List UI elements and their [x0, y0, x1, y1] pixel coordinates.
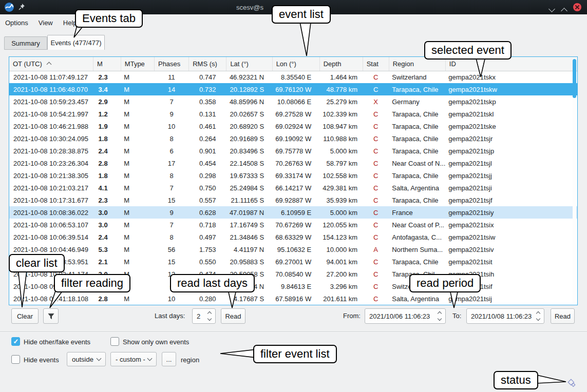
cell-rms: 0.454: [189, 157, 226, 169]
menu-item-options[interactable]: Options: [5, 19, 28, 27]
cell-depth: 94.001 km: [319, 256, 363, 268]
cell-rms: 0.358: [189, 95, 226, 108]
column-header[interactable]: OT (UTC): [9, 57, 93, 71]
table-row[interactable]: 2021-10-08 10:23:26.3042.8M170.45422.145…: [9, 157, 577, 169]
hide-events-label: Hide events: [24, 356, 59, 364]
column-header[interactable]: Phases: [154, 57, 188, 71]
clear-button[interactable]: Clear: [11, 308, 39, 324]
cell-lon: 70.67269 W: [272, 219, 319, 231]
table-row[interactable]: 2021-10-08 10:46:21.9881.9M100.46120.689…: [9, 120, 577, 132]
tab-summary[interactable]: Summary: [4, 36, 47, 50]
spinner-arrows-icon[interactable]: [208, 312, 211, 320]
cell-stat: C: [363, 157, 389, 169]
cell-mtype: M: [121, 132, 154, 145]
column-header[interactable]: Lon (°): [272, 57, 319, 71]
cell-id: gempa2021tsij: [445, 292, 577, 305]
hide-events-scope-dropdown[interactable]: outside: [67, 352, 106, 366]
cell-region: Near Coast of N...: [389, 157, 445, 169]
chevron-down-icon: [147, 356, 153, 361]
cell-ot: 2021-10-08 10:59:23.457: [9, 95, 93, 108]
cell-lon: 69.27001 W: [272, 256, 319, 268]
cell-rms: 0.557: [189, 194, 226, 206]
cell-id: gempa2021tskx: [445, 71, 577, 83]
cell-region: Tarapaca, Chile: [389, 83, 445, 95]
table-row[interactable]: 2021-10-08 10:21:03.2174.1M70.75025.2498…: [9, 182, 577, 194]
cell-rms: 0.628: [189, 206, 226, 219]
sort-ascending-icon: [46, 62, 51, 67]
cell-mtype: M: [121, 243, 154, 256]
table-row[interactable]: 2021-10-08 09:41:18.1082.8M100.28024.176…: [9, 292, 577, 305]
column-header[interactable]: M: [93, 57, 121, 71]
column-header[interactable]: Stat: [363, 57, 389, 71]
cell-region: Tarapaca, Chile: [389, 169, 445, 182]
tab-events[interactable]: Events (477/477): [47, 35, 105, 50]
table-row[interactable]: 2021-10-08 10:17:31.6772.3M150.55721.111…: [9, 194, 577, 206]
hide-events-checkbox[interactable]: [11, 355, 20, 364]
column-header[interactable]: Lat (°): [226, 57, 272, 71]
region-preset-dropdown[interactable]: - custom -: [110, 352, 157, 366]
cell-stat: A: [363, 243, 389, 256]
table-row[interactable]: 2021-10-08 10:06:53.1073.0M70.71817.1674…: [9, 219, 577, 231]
cell-ot: 2021-10-08 11:06:48.070: [9, 83, 93, 95]
menu-item-view[interactable]: View: [39, 19, 53, 27]
from-datetime-spinbox[interactable]: 2021/10/06 11:06:23: [365, 308, 446, 324]
cell-phases: 10: [154, 120, 188, 132]
cell-phases: 6: [154, 145, 188, 157]
filter-reading-button[interactable]: [43, 308, 59, 324]
from-label: From:: [343, 312, 361, 320]
cell-phases: 15: [154, 256, 188, 268]
annotation-pointer: [220, 349, 257, 358]
cell-rms: 0.550: [189, 256, 226, 268]
show-only-own-events-checkbox[interactable]: [110, 337, 119, 346]
cell-lat: 48.85996 N: [226, 95, 272, 108]
cell-region: Germany: [389, 95, 445, 108]
cell-ot: 2021-10-08 10:23:26.304: [9, 157, 93, 169]
scrollbar-thumb[interactable]: [573, 59, 576, 98]
cell-ot: 2021-10-08 10:21:38.305: [9, 169, 93, 182]
pin-icon[interactable]: [18, 3, 26, 11]
table-row[interactable]: 2021-10-08 10:54:21.9971.2M90.13120.0265…: [9, 108, 577, 120]
cell-m: 2.4: [93, 231, 121, 243]
from-datetime-value: 2021/10/06 11:06:23: [365, 312, 436, 320]
cell-lon: 69.02924 W: [272, 120, 319, 132]
window-shade-icon[interactable]: [550, 4, 554, 13]
last-days-spinbox[interactable]: 2: [192, 308, 216, 324]
annotation-event-list: event list: [272, 5, 331, 24]
vertical-scrollbar[interactable]: [573, 58, 576, 304]
cell-mtype: M: [121, 169, 154, 182]
cell-region: Tarapaca, Chile: [389, 145, 445, 157]
annotation-pointer: [537, 375, 566, 383]
annotation-filter-event-list: filter event list: [253, 345, 337, 363]
cell-id: gempa2021tsiy: [445, 206, 577, 219]
cell-stat: C: [363, 280, 389, 292]
table-row[interactable]: 2021-10-08 11:06:48.0703.4M140.73220.128…: [9, 83, 577, 95]
table-row[interactable]: 2021-10-08 10:03:53.9512.1M150.55020.958…: [9, 256, 577, 268]
column-header[interactable]: Depth: [319, 57, 363, 71]
cell-lat: 24.17687 S: [226, 292, 272, 305]
table-row[interactable]: 2021-10-08 10:59:23.4572.9M70.35848.8599…: [9, 95, 577, 108]
table-row[interactable]: 2021-10-08 10:28:38.8752.4M60.90120.8349…: [9, 145, 577, 157]
funnel-icon: [47, 312, 55, 320]
read-period-button[interactable]: Read: [551, 308, 575, 324]
table-row[interactable]: 2021-10-08 11:07:49.1272.3M110.74746.923…: [9, 71, 577, 83]
read-last-days-button[interactable]: Read: [221, 308, 245, 324]
table-row[interactable]: 2021-10-08 10:04:46.9495.3M561.7534.4119…: [9, 243, 577, 256]
table-row[interactable]: 2021-10-08 10:21:38.3051.8M80.29819.6733…: [9, 169, 577, 182]
cell-stat: C: [363, 108, 389, 120]
cell-stat: X: [363, 95, 389, 108]
to-datetime-spinbox[interactable]: 2021/10/08 11:06:23: [466, 308, 544, 324]
cell-phases: 9: [154, 206, 188, 219]
table-row[interactable]: 2021-10-08 10:08:36.0223.0M90.62847.0198…: [9, 206, 577, 219]
spinner-arrows-icon[interactable]: [438, 312, 441, 320]
table-row[interactable]: 2021-10-08 10:06:39.5142.4M80.49721.3484…: [9, 231, 577, 243]
cell-m: 3.0: [93, 206, 121, 219]
close-button[interactable]: [573, 3, 581, 11]
hide-other-fake-events-checkbox[interactable]: [11, 337, 20, 346]
column-header[interactable]: RMS (s): [189, 57, 226, 71]
cell-region: Tarapaca, Chile: [389, 256, 445, 268]
table-row[interactable]: 2021-10-08 10:30:24.0951.8M80.26420.9168…: [9, 132, 577, 145]
spinner-arrows-icon[interactable]: [537, 312, 540, 320]
region-browse-button[interactable]: ...: [162, 352, 176, 366]
column-header[interactable]: MType: [121, 57, 154, 71]
cell-phases: 7: [154, 95, 188, 108]
